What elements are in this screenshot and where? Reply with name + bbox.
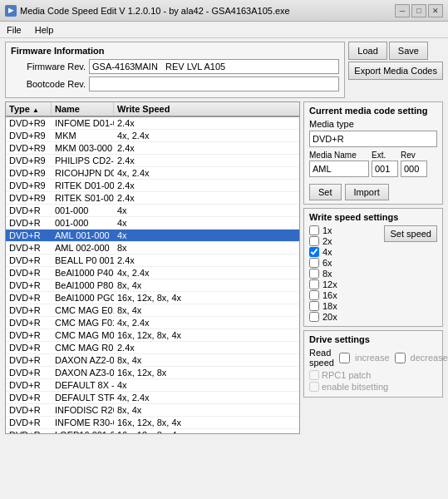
table-row[interactable]: DVD+R CMC MAG F01-000 4x, 2.4x bbox=[6, 317, 299, 329]
table-row[interactable]: DVD+R BeAl1000 PG0-000 16x, 12x, 8x, 4x bbox=[6, 292, 299, 304]
table-row[interactable]: DVD+R CMC MAG R01-000 2.4x bbox=[6, 342, 299, 354]
load-button[interactable]: Load bbox=[348, 42, 386, 60]
speed-checkbox-2[interactable] bbox=[309, 236, 319, 246]
table-row[interactable]: DVD+R DEFAULT 8X -119 4x bbox=[6, 379, 299, 392]
table-row[interactable]: DVD+R AML 002-000 8x bbox=[6, 242, 299, 254]
set-speed-button[interactable]: Set speed bbox=[384, 225, 437, 242]
top-buttons: Load Save Export Media Codes bbox=[348, 42, 443, 80]
td-speed: 8x, 4x bbox=[114, 354, 299, 366]
set-button[interactable]: Set bbox=[309, 184, 342, 200]
rpc1-checkbox[interactable] bbox=[309, 370, 319, 380]
speed-label-8: 8x bbox=[322, 269, 332, 279]
th-speed[interactable]: Write Speed bbox=[114, 102, 299, 116]
media-name-input[interactable] bbox=[309, 161, 369, 177]
speed-checkbox-16[interactable] bbox=[309, 290, 319, 300]
close-button[interactable]: ✕ bbox=[428, 4, 443, 17]
td-type: DVD+R bbox=[6, 230, 52, 241]
td-name: BeAl1000 PG0-000 bbox=[52, 292, 114, 304]
th-type[interactable]: Type ▲ bbox=[6, 102, 52, 116]
maximize-button[interactable]: □ bbox=[411, 4, 426, 17]
drive-settings-panel: Drive settings Read speed increase decre… bbox=[303, 330, 443, 398]
increase-checkbox[interactable] bbox=[339, 353, 350, 363]
media-type-label: Media type bbox=[309, 119, 437, 129]
table-row[interactable]: DVD+R DAXON AZ2-000 8x, 4x bbox=[6, 354, 299, 367]
media-type-input[interactable] bbox=[309, 131, 437, 147]
table-row[interactable]: DVD+R9 PHILIPS CD2-000 2.4x bbox=[6, 155, 299, 167]
td-name: RITEK S01-001 bbox=[52, 192, 114, 204]
speed-checkbox-12[interactable] bbox=[309, 279, 319, 289]
td-speed: 4x bbox=[114, 217, 299, 229]
read-speed-row: Read speed increase decrease bbox=[309, 348, 437, 368]
td-speed: 16x, 12x, 8x bbox=[114, 367, 299, 378]
table-row[interactable]: DVD+R BeAl1000 P40-000 4x, 2.4x bbox=[6, 267, 299, 279]
table-row[interactable]: DVD+R DAXON AZ3-000 16x, 12x, 8x bbox=[6, 367, 299, 379]
speed-label-20: 20x bbox=[322, 312, 337, 322]
table-row[interactable]: DVD+R9 MKM 4x, 2.4x bbox=[6, 130, 299, 142]
table-row[interactable]: DVD+R BeAl1000 P80-000 8x, 4x bbox=[6, 279, 299, 292]
speed-item-4: 4x bbox=[309, 247, 381, 257]
table-row[interactable]: DVD+R9 RITEK S01-001 2.4x bbox=[6, 192, 299, 205]
table-row[interactable]: DVD+R CMC MAG E01-000 8x, 4x bbox=[6, 304, 299, 317]
td-type: DVD+R9 bbox=[6, 167, 52, 179]
td-type: DVD+R bbox=[6, 292, 52, 304]
table-row[interactable]: DVD+R9 MKM 003-000 2.4x bbox=[6, 142, 299, 155]
td-speed: 8x, 4x bbox=[114, 404, 299, 416]
table-section: Type ▲ Name Write Speed DVD+R9 INFOME D0… bbox=[5, 101, 300, 434]
table-header: Type ▲ Name Write Speed bbox=[6, 102, 299, 117]
export-button[interactable]: Export Media Codes bbox=[348, 62, 443, 80]
table-row[interactable]: DVD+R 001-000 4x bbox=[6, 217, 299, 230]
menu-file[interactable]: File bbox=[3, 24, 25, 36]
minimize-button[interactable]: ─ bbox=[395, 4, 410, 17]
table-row[interactable]: DVD+R 001-000 4x bbox=[6, 205, 299, 217]
ext-input[interactable] bbox=[372, 161, 398, 177]
speed-checkbox-6[interactable] bbox=[309, 258, 319, 268]
td-name: AML 001-000 bbox=[52, 230, 114, 241]
td-name: DEFAULT 8X -119 bbox=[52, 379, 114, 391]
table-row[interactable]: DVD+R BEALL P0 001-000 2.4x bbox=[6, 254, 299, 267]
speed-checkbox-18[interactable] bbox=[309, 301, 319, 311]
table-row[interactable]: DVD+R CMC MAG M01-000 16x, 12x, 8x, 4x bbox=[6, 329, 299, 342]
rev-input[interactable] bbox=[401, 161, 427, 177]
speed-checkbox-1[interactable] bbox=[309, 225, 319, 235]
table-row[interactable]: DVD+R AML 001-000 4x bbox=[6, 230, 299, 242]
td-type: DVD+R9 bbox=[6, 180, 52, 191]
table-row[interactable]: DVD+R INFODISC R20-000 8x, 4x bbox=[6, 404, 299, 417]
td-name: CMC MAG M01-000 bbox=[52, 329, 114, 341]
table-row[interactable]: DVD+R9 INFOME D01-000 2.4x bbox=[6, 117, 299, 130]
table-body[interactable]: DVD+R9 INFOME D01-000 2.4x DVD+R9 MKM 4x… bbox=[6, 117, 299, 433]
decrease-checkbox[interactable] bbox=[395, 353, 406, 363]
bitsetting-checkbox[interactable] bbox=[309, 382, 319, 392]
td-type: DVD+R bbox=[6, 254, 52, 266]
write-speed-title: Write speed settings bbox=[309, 212, 437, 222]
table-row[interactable]: DVD+R LGEP16 001-000 16x, 12x, 8x, 4x bbox=[6, 429, 299, 433]
table-row[interactable]: DVD+R9 RITEK D01-001 2.4x bbox=[6, 180, 299, 192]
td-type: DVD+R bbox=[6, 392, 52, 403]
firmware-rev-input[interactable] bbox=[89, 59, 339, 74]
table-row[interactable]: DVD+R INFOME R30-000 16x, 12x, 8x, 4x bbox=[6, 417, 299, 429]
td-speed: 16x, 12x, 8x, 4x bbox=[114, 329, 299, 341]
th-name[interactable]: Name bbox=[52, 102, 114, 116]
speed-checkbox-4[interactable] bbox=[309, 247, 319, 257]
td-type: DVD+R bbox=[6, 205, 52, 216]
table-row[interactable]: DVD+R DEFAULT STR-119 4x, 2.4x bbox=[6, 392, 299, 404]
panel-action-buttons: Set Import bbox=[309, 184, 437, 200]
menu-help[interactable]: Help bbox=[32, 24, 57, 36]
td-speed: 2.4x bbox=[114, 155, 299, 166]
bootcode-rev-label: Bootcode Rev. bbox=[11, 79, 86, 89]
speed-checkbox-20[interactable] bbox=[309, 312, 319, 322]
td-name: MKM 003-000 bbox=[52, 142, 114, 154]
td-speed: 4x, 2.4x bbox=[114, 392, 299, 403]
table-row[interactable]: DVD+R9 RICOHJPN D00-001 4x, 2.4x bbox=[6, 167, 299, 180]
save-button[interactable]: Save bbox=[389, 42, 428, 60]
increase-label: increase bbox=[355, 353, 390, 363]
firmware-rev-row: Firmware Rev. bbox=[11, 59, 339, 74]
td-speed: 2.4x bbox=[114, 342, 299, 353]
speed-item-6: 6x bbox=[309, 258, 381, 268]
import-button[interactable]: Import bbox=[345, 184, 389, 200]
speed-checkbox-8[interactable] bbox=[309, 269, 319, 279]
td-type: DVD+R bbox=[6, 317, 52, 329]
main-content: Firmware Information Firmware Rev. Bootc… bbox=[0, 38, 448, 437]
current-media-title: Current media code setting bbox=[309, 106, 437, 116]
bootcode-rev-input[interactable] bbox=[89, 77, 339, 91]
td-type: DVD+R bbox=[6, 404, 52, 416]
